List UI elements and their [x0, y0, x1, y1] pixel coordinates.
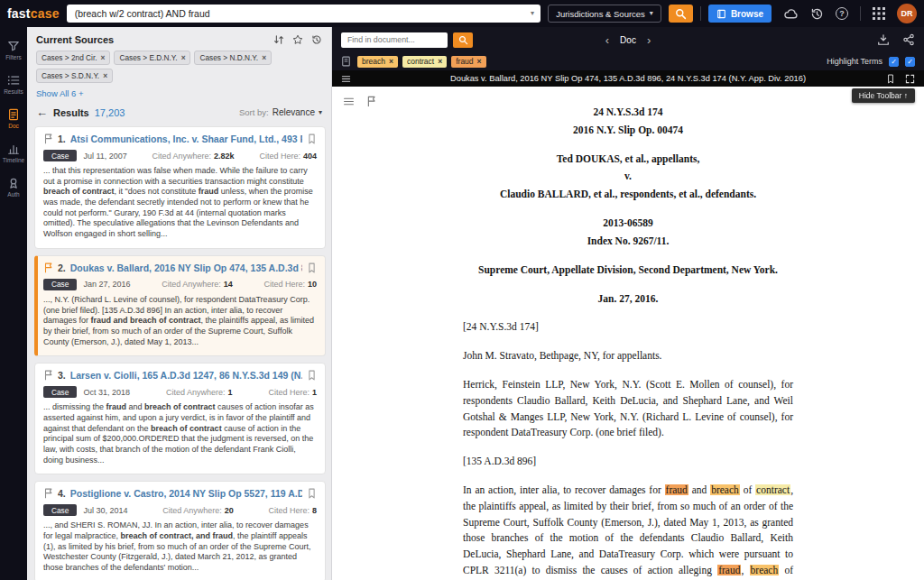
fastcase-logo[interactable]: fastcase: [7, 6, 60, 21]
source-chip[interactable]: Cases > N.D.N.Y. ×: [194, 51, 272, 65]
secondary-checkbox[interactable]: ✓: [905, 57, 915, 67]
result-card[interactable]: 4. Postiglione v. Castro, 2014 NY Slip O…: [34, 481, 326, 580]
result-card[interactable]: 3. Larsen v. Ciolli, 165 A.D.3d 1247, 86…: [34, 363, 326, 474]
bookmark-icon[interactable]: [307, 488, 317, 499]
cited-here-value: 8: [312, 506, 317, 515]
result-meta-row: Case Jul 30, 2014 Cited Anywhere: 20 Cit…: [43, 504, 317, 516]
sort-options-icon[interactable]: [273, 34, 284, 45]
cloud-icon[interactable]: [783, 7, 799, 21]
outline-icon[interactable]: [341, 74, 351, 84]
source-chip-label: Cases > 2nd Cir.: [42, 53, 97, 62]
rail-label: Auth: [7, 191, 19, 198]
bookmark-icon[interactable]: [886, 74, 895, 84]
download-icon[interactable]: [877, 33, 890, 46]
results-list[interactable]: 1. Atsi Communications, Inc. v. Shaar Fu…: [27, 124, 331, 580]
user-avatar[interactable]: DR: [897, 4, 917, 23]
hamburger-icon[interactable]: [343, 96, 355, 107]
find-in-document-input[interactable]: [346, 34, 443, 45]
result-title-link[interactable]: Doukas v. Ballard, 2016 NY Slip Op 474, …: [70, 262, 302, 273]
result-number: 1.: [58, 133, 66, 144]
remove-chip-icon[interactable]: ×: [262, 53, 266, 62]
star-icon[interactable]: [292, 34, 303, 45]
result-date: Oct 31, 2018: [83, 388, 130, 397]
previous-doc-icon[interactable]: ‹: [605, 34, 609, 46]
rail-item-doc[interactable]: Doc: [7, 108, 20, 129]
rail-label: Doc: [8, 123, 19, 129]
result-card[interactable]: 1. Atsi Communications, Inc. v. Shaar Fu…: [34, 126, 326, 249]
remove-chip-icon[interactable]: ×: [103, 71, 107, 80]
flag-icon[interactable]: [43, 262, 53, 273]
check-icon: ✓: [907, 58, 913, 66]
history-icon[interactable]: [810, 7, 824, 21]
result-title-link[interactable]: Larsen v. Ciolli, 165 A.D.3d 1247, 86 N.…: [70, 370, 302, 381]
rail-item-filters[interactable]: Filters: [5, 40, 22, 60]
cited-here-label: Cited Here:: [268, 388, 310, 397]
sort-dropdown[interactable]: Sort by: Relevance ▾: [239, 107, 322, 117]
apps-grid-icon[interactable]: [873, 7, 885, 20]
doc-paragraph: In an action, inter alia, to recover dam…: [463, 483, 793, 580]
share-icon[interactable]: [902, 33, 915, 46]
find-in-document-bar[interactable]: [341, 32, 448, 48]
show-all-link[interactable]: Show All 6 +: [27, 83, 331, 100]
back-arrow-icon[interactable]: ←: [36, 106, 48, 118]
flag-icon[interactable]: [43, 370, 53, 381]
rail-item-results[interactable]: Results: [4, 74, 23, 95]
highlight-terms-checkbox[interactable]: ✓: [889, 57, 899, 67]
rail-item-timeline[interactable]: Timeline: [3, 143, 24, 163]
global-search-bar[interactable]: ▾: [67, 5, 541, 23]
flag-icon[interactable]: [43, 488, 53, 499]
term-chip[interactable]: breach ×: [357, 56, 398, 68]
flag-icon[interactable]: [43, 133, 53, 144]
chevron-down-icon: ▾: [319, 109, 322, 116]
flag-icon[interactable]: [366, 96, 376, 107]
document-panel: ‹ Doc › breach × contract ×: [332, 27, 924, 580]
source-chip[interactable]: Cases > E.D.N.Y. ×: [114, 51, 190, 65]
remove-term-icon[interactable]: ×: [438, 57, 442, 66]
results-count[interactable]: 17,203: [95, 107, 125, 118]
result-title-link[interactable]: Postiglione v. Castro, 2014 NY Slip Op 5…: [70, 488, 302, 499]
fullscreen-icon[interactable]: [905, 74, 915, 84]
logo-fast: fast: [7, 6, 31, 21]
next-doc-icon[interactable]: ›: [647, 34, 651, 46]
remove-chip-icon[interactable]: ×: [181, 53, 186, 62]
result-date: Jul 11, 2007: [83, 152, 126, 161]
find-submit-button[interactable]: [453, 32, 473, 48]
search-history-icon[interactable]: [311, 34, 322, 45]
jurisdictions-sources-button[interactable]: Jurisdictions & Sources ▾: [548, 5, 661, 23]
search-input[interactable]: [73, 7, 531, 20]
authority-badge-icon: [7, 177, 20, 189]
remove-chip-icon[interactable]: ×: [101, 53, 106, 62]
bookmark-icon[interactable]: [307, 133, 317, 144]
case-title: Doukas v. Ballard, 2016 NY Slip Op 474, …: [341, 74, 915, 83]
result-title-link[interactable]: Atsi Communications, Inc. v. Shaar Fund,…: [70, 133, 302, 144]
left-nav-rail: Filters Results Doc Timeline Auth: [0, 27, 27, 580]
term-chip[interactable]: contract ×: [402, 56, 447, 68]
browse-button[interactable]: Browse: [708, 5, 772, 23]
remove-term-icon[interactable]: ×: [389, 57, 393, 66]
doc-paragraph: Ted DOUKAS, et al., appellants,: [463, 152, 793, 168]
source-chip[interactable]: Cases > S.D.N.Y. ×: [36, 69, 113, 83]
result-number: 3.: [58, 370, 66, 381]
doc-paragraph: 2013-06589: [463, 216, 793, 232]
doc-paragraph: Supreme Court, Appellate Division, Secon…: [463, 262, 793, 279]
search-history-caret-icon[interactable]: ▾: [531, 10, 534, 17]
search-submit-button[interactable]: [669, 5, 693, 23]
result-date: Jan 27, 2016: [83, 280, 130, 289]
term-chip-label: fraud: [456, 57, 473, 66]
hide-toolbar-tooltip[interactable]: Hide Toolbar ↑: [852, 88, 915, 103]
document-body[interactable]: 24 N.Y.S.3d 174 2016 N.Y. Slip Op. 00474…: [332, 87, 924, 580]
search-terms-toolbar: breach × contract × fraud × Highlight Te…: [332, 52, 924, 70]
rail-item-auth[interactable]: Auth: [7, 177, 20, 198]
search-icon: [458, 35, 468, 45]
result-card[interactable]: 2. Doukas v. Ballard, 2016 NY Slip Op 47…: [34, 255, 326, 356]
rail-label: Filters: [5, 54, 22, 60]
cited-here-value: 10: [308, 280, 317, 289]
term-chip[interactable]: fraud ×: [451, 56, 485, 68]
help-icon[interactable]: ?: [836, 7, 848, 20]
result-snippet: ..., N.Y. (Richard L. Levine of counsel)…: [43, 295, 317, 347]
bookmark-icon[interactable]: [307, 262, 317, 273]
source-chip[interactable]: Cases > 2nd Cir. ×: [36, 51, 110, 65]
remove-term-icon[interactable]: ×: [477, 57, 482, 66]
bookmark-icon[interactable]: [307, 370, 317, 381]
doc-paragraph: v.: [463, 169, 793, 185]
